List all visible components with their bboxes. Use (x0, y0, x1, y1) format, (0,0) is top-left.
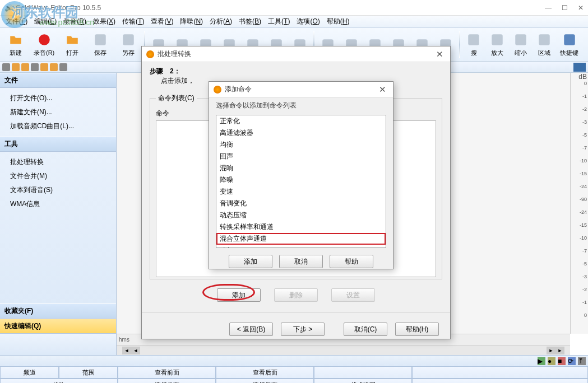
addcmd-close[interactable]: ✕ (377, 85, 388, 95)
toolbar-region[interactable]: 区域 (533, 31, 555, 58)
status-cell (412, 366, 588, 379)
window-title: Gold Wave Editor Pro 10.5.5 (16, 4, 545, 12)
menu-6[interactable]: 降噪(N) (177, 16, 206, 27)
svg-rect-2 (123, 34, 135, 45)
menu-1[interactable]: 编辑(E) (31, 16, 60, 27)
batch-step-label: 步骤 2： (150, 67, 180, 75)
sidebar-file-2[interactable]: 加载音频CD曲目(L)... (2, 119, 114, 133)
scroll-right-icon[interactable]: ► (555, 347, 564, 354)
sidebar-tool-1[interactable]: 文件合并(M) (2, 169, 114, 183)
ruler-tick: -90 (580, 197, 587, 202)
sidebar-tools-header[interactable]: 工具 (0, 137, 116, 152)
toolbar-zoomin[interactable]: 放大 (486, 31, 508, 58)
addcmd-item-6[interactable]: 变速 (216, 186, 386, 198)
status-cell (412, 379, 588, 383)
close-button[interactable]: ✕ (578, 4, 584, 12)
sidebar-tool-2[interactable]: 文本到语音(S) (2, 183, 114, 197)
marker3-icon[interactable] (40, 63, 48, 71)
batch-settings-button: 设置 (331, 288, 375, 302)
sidebar-quickedit-header[interactable]: 快速编辑(Q) (0, 319, 116, 334)
addcmd-list[interactable]: 正常化高通滤波器均衡回声混响降噪变速音调变化动态压缩转换采样率和通道混合立体声通… (216, 115, 386, 248)
addcmd-item-1[interactable]: 高通滤波器 (216, 127, 386, 139)
svg-rect-18 (516, 34, 527, 45)
menu-5[interactable]: 查看(V) (147, 16, 177, 27)
svg-rect-17 (492, 34, 503, 45)
addcmd-item-3[interactable]: 回声 (216, 151, 386, 162)
menu-8[interactable]: 书签(B) (235, 16, 265, 27)
menu-7[interactable]: 分析(A) (206, 16, 235, 27)
tool-icon-5[interactable]: ⤒ (578, 357, 586, 365)
dropdown-icon[interactable] (573, 63, 586, 72)
toolbar-zoomout[interactable]: 缩小 (510, 31, 532, 58)
scroll-right2-icon[interactable]: ► (547, 347, 555, 354)
ruler-tick: -15 (580, 222, 587, 228)
menu-9[interactable]: 工具(T) (265, 16, 293, 27)
batch-back-button[interactable]: < 返回(B) (229, 323, 273, 336)
addcmd-add-button[interactable]: 添加 (229, 255, 272, 268)
db-label: dB (578, 73, 587, 81)
sidebar-favorites-header[interactable]: 收藏夹(F) (0, 303, 116, 319)
tool-icon-2[interactable]: ● (548, 357, 555, 365)
stop-icon[interactable] (59, 63, 67, 71)
ruler-tick: -5 (582, 261, 587, 267)
addcmd-item-11[interactable]: 移相 (216, 245, 386, 248)
batch-dialog-title: 批处理转换 (158, 49, 434, 59)
addcmd-item-5[interactable]: 降噪 (216, 174, 386, 186)
tool-icon-1[interactable]: ▶ (538, 357, 545, 365)
sidebar-files-header[interactable]: 文件 (0, 73, 116, 88)
addcmd-item-0[interactable]: 正常化 (216, 115, 386, 127)
menu-10[interactable]: 选项(O) (293, 16, 323, 27)
svg-rect-19 (539, 34, 550, 45)
tool-icon-4[interactable]: ⟳ (568, 357, 576, 365)
addcmd-titlebar[interactable]: 添加命令 ✕ (209, 82, 393, 97)
toolbar-new[interactable]: 新建 (2, 31, 29, 58)
menu-2[interactable]: 录音(R) (60, 16, 90, 27)
addcmd-item-4[interactable]: 混响 (216, 162, 386, 174)
loop-icon[interactable] (31, 63, 39, 71)
toolbar-record[interactable]: 录音(R) (30, 31, 58, 58)
sidebar-tool-3[interactable]: WMA信息 (2, 197, 114, 211)
maximize-button[interactable]: ☐ (562, 4, 568, 12)
ruler-tick: -7 (582, 248, 587, 254)
addcmd-item-9[interactable]: 转换采样率和通道 (216, 221, 386, 233)
tool-icon-3[interactable]: ■ (558, 357, 566, 365)
batch-delete-button: 删除 (274, 288, 318, 302)
menu-3[interactable]: 效果(X) (90, 16, 119, 27)
marker1-icon[interactable] (12, 63, 20, 71)
addcmd-item-8[interactable]: 动态压缩 (216, 209, 386, 221)
sidebar-file-0[interactable]: 打开文件(O)... (2, 91, 114, 105)
addcmd-title: 添加命令 (225, 85, 377, 94)
scroll-left-icon[interactable]: ◄ (122, 347, 131, 354)
h-scrollbar[interactable]: ◄ ◄ ► ► (117, 345, 570, 355)
batch-add-button[interactable]: 添加 (217, 288, 261, 302)
marker2-icon[interactable] (21, 63, 29, 71)
toolbar-open[interactable]: 打开 (59, 31, 86, 58)
addcmd-cancel-button[interactable]: 取消 (279, 255, 323, 268)
scroll-left2-icon[interactable]: ◄ (131, 347, 140, 354)
sidebar-file-1[interactable]: 新建文件(N)... (2, 105, 114, 119)
batch-dialog-close[interactable]: ✕ (434, 49, 446, 59)
toolbar-shortcut[interactable]: 快捷键 (557, 31, 582, 58)
addcmd-help-button[interactable]: 帮助 (330, 255, 373, 268)
batch-dialog-titlebar[interactable]: 批处理转换 ✕ (142, 46, 450, 62)
sidebar-tool-0[interactable]: 批处理转换 (2, 155, 114, 169)
svg-rect-20 (564, 34, 575, 45)
ruler-tick: -10 (580, 235, 587, 241)
marker4-icon[interactable] (50, 63, 58, 71)
menu-4[interactable]: 传输(T) (119, 16, 147, 27)
batch-next-button[interactable]: 下步 > (281, 323, 325, 336)
status-cell: 查看后面 (216, 366, 314, 379)
titlebar: 🔊 Gold Wave Editor Pro 10.5.5 — ☐ ✕ (0, 0, 588, 16)
batch-cancel-button[interactable]: 取消(C) (344, 323, 387, 336)
play-icon[interactable] (2, 63, 10, 71)
ruler-tick: -10 (580, 158, 587, 164)
toolbar-zoom[interactable]: 搜 (462, 31, 485, 58)
toolbar-saveas[interactable]: 另存 (115, 31, 142, 58)
toolbar-save[interactable]: 保存 (87, 31, 114, 58)
addcmd-item-2[interactable]: 均衡 (216, 139, 386, 151)
addcmd-item-7[interactable]: 音调变化 (216, 198, 386, 209)
addcmd-item-10[interactable]: 混合立体声通道 (216, 233, 386, 245)
menu-11[interactable]: 帮助(H) (323, 16, 353, 27)
minimize-button[interactable]: — (545, 4, 552, 12)
batch-help-button[interactable]: 帮助(H) (395, 323, 439, 336)
